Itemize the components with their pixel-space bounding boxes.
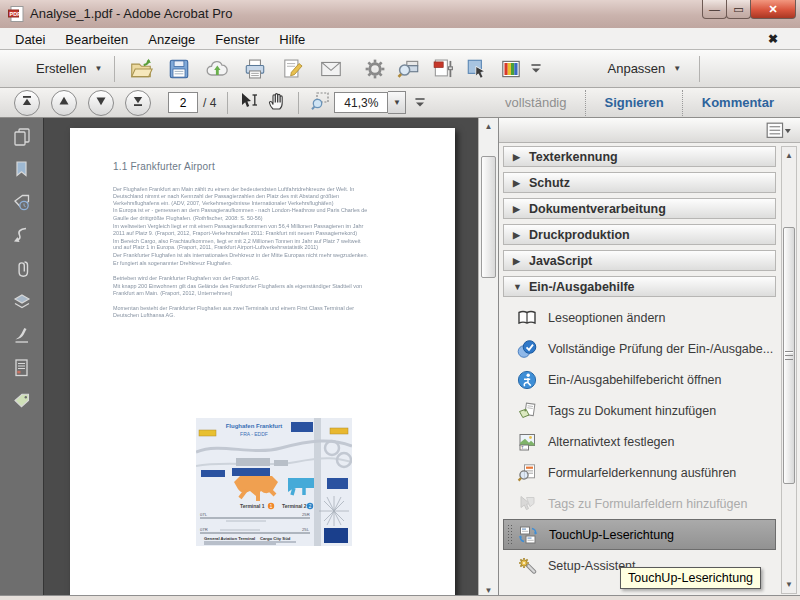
scrollbar-thumb[interactable] <box>481 156 496 278</box>
nav-link-signieren[interactable]: Signieren <box>587 95 682 110</box>
chevron-right-icon: ▶ <box>513 230 529 240</box>
previous-page-button[interactable] <box>51 90 77 116</box>
next-page-button[interactable] <box>88 90 114 116</box>
panel-scrollbar[interactable]: ▲ ▼ <box>781 146 797 594</box>
menubar-close-icon[interactable]: ✖ <box>768 32 800 46</box>
title-bar: PDF Analyse_1.pdf - Adobe Acrobat Pro — … <box>0 0 800 29</box>
paragraph: In Europa ist er - gemessen an dem Passa… <box>113 208 371 222</box>
print-button[interactable] <box>236 54 274 84</box>
pdf-options-button[interactable] <box>426 54 460 84</box>
tool-item-touchup-leserichtung[interactable]: TouchUp-Leserichtung <box>503 519 776 550</box>
tool-item-tags-zu-dokument-hinzufügen[interactable]: Tags zu Dokument hinzufügen <box>503 395 776 426</box>
attachments-panel-button[interactable] <box>7 258 37 284</box>
open-file-button[interactable] <box>122 54 160 84</box>
first-page-button[interactable] <box>14 90 40 116</box>
menu-fenster[interactable]: Fenster <box>210 30 264 49</box>
chevron-right-icon: ▶ <box>513 256 529 266</box>
menu-datei[interactable]: Datei <box>10 30 50 49</box>
zoom-level-value[interactable]: 41,3% <box>334 92 388 113</box>
more-zoom-options-icon[interactable] <box>412 93 428 113</box>
drag-handle[interactable] <box>507 524 512 545</box>
tooltip-text: TouchUp-Leserichtung <box>628 571 753 585</box>
marquee-zoom-button[interactable] <box>306 90 334 116</box>
save-button[interactable] <box>160 54 198 84</box>
section-ein-ausgabehilfe[interactable]: ▼Ein-/Ausgabehilfe <box>503 276 776 297</box>
articles-panel-button[interactable] <box>7 192 37 218</box>
tool-item-label: Alternativtext festlegen <box>548 435 674 449</box>
page-paragraphs: Der Flughafen Frankfurt am Main zählt zu… <box>113 186 371 327</box>
pdf-page: 1.1 Frankfurter Airport Der Flughafen Fr… <box>70 128 455 600</box>
close-button[interactable]: ✕ <box>750 0 796 19</box>
page-number-input[interactable] <box>168 92 198 113</box>
nav-link-kommentar[interactable]: Kommentar <box>684 95 792 110</box>
paragraph: Momentan besteht der Frankfurter Flughaf… <box>113 305 371 319</box>
customize-button[interactable]: Anpassen ▼ <box>602 54 686 84</box>
section-schutz[interactable]: ▶Schutz <box>503 172 776 193</box>
select-object-button[interactable] <box>460 54 494 84</box>
scroll-down-icon[interactable]: ▼ <box>782 576 796 592</box>
window-title: Analyse_1.pdf - Adobe Acrobat Pro <box>30 6 232 21</box>
map-footer-left: General Aviation Terminal <box>204 536 255 541</box>
order-panel-button[interactable] <box>7 225 37 251</box>
maximize-button[interactable]: ▭ <box>726 0 751 19</box>
menu-anzeige[interactable]: Anzeige <box>143 30 200 49</box>
navbar-tools <box>235 90 334 116</box>
tags-panel-button[interactable] <box>7 390 37 416</box>
tool-item-vollständige-prüfung-der-ein-ausgabe[interactable]: Vollständige Prüfung der Ein-/Ausgabe... <box>503 333 776 364</box>
create-pdf-button[interactable]: Erstellen ▼ <box>6 54 107 84</box>
toolbar-left-icons <box>122 54 350 84</box>
document-scrollbar[interactable]: ▲ ▼ <box>478 118 498 600</box>
last-page-icon <box>131 94 145 112</box>
nav-link-vollständig[interactable]: vollständig <box>487 95 584 110</box>
content-panel-button[interactable] <box>7 357 37 383</box>
sign-document-icon <box>281 57 305 81</box>
page-thumbnails-panel-button[interactable] <box>7 126 37 152</box>
color-swatch-button[interactable] <box>494 54 528 84</box>
email-button[interactable] <box>312 54 350 84</box>
paragraph: Er fungiert als sogenannter Drehkreuz Fl… <box>113 260 371 267</box>
paragraph: Betrieben wird der Frankfurter Flughafen… <box>113 275 371 282</box>
scrollbar-thumb[interactable] <box>783 227 795 484</box>
layers-panel-button[interactable] <box>7 291 37 317</box>
tool-item-alternativtext-festlegen[interactable]: T...Alternativtext festlegen <box>503 426 776 457</box>
form-field-detect-icon <box>517 463 537 483</box>
section-texterkennung[interactable]: ▶Texterkennung <box>503 146 776 167</box>
fullscreen-toggle-button[interactable] <box>713 54 745 84</box>
map-runway-label: 07R <box>200 527 208 532</box>
print-preview-button[interactable] <box>392 54 426 84</box>
scroll-up-icon[interactable]: ▲ <box>782 147 796 163</box>
minimize-button[interactable]: — <box>702 0 727 19</box>
map-terminal1-label: Terminal 1 <box>240 503 265 509</box>
settings-gear-button[interactable] <box>358 54 392 84</box>
articles-icon <box>11 192 33 218</box>
menu-bearbeiten[interactable]: Bearbeiten <box>60 30 133 49</box>
tool-item-tags-zu-formularfeldern-hinzufügen[interactable]: Tags zu Formularfeldern hinzufügen <box>503 488 776 519</box>
map-terminal2-label: Terminal 2 <box>282 503 307 509</box>
panel-options-icon[interactable] <box>766 122 792 137</box>
zoom-dropdown-button[interactable]: ▼ <box>388 91 406 114</box>
scroll-up-icon[interactable]: ▲ <box>479 118 498 134</box>
tool-item-formularfelderkennung-ausführen[interactable]: Formularfelderkennung ausführen <box>503 457 776 488</box>
last-page-button[interactable] <box>125 90 151 116</box>
sign-document-button[interactable] <box>274 54 312 84</box>
text-block: Momentan besteht der Frankfurter Flughaf… <box>113 305 371 319</box>
menu-hilfe[interactable]: Hilfe <box>274 30 310 49</box>
menu-bar: DateiBearbeitenAnzeigeFensterHilfe ✖ <box>0 28 800 50</box>
select-text-button[interactable] <box>235 90 263 116</box>
map-runway-label: 25R <box>302 512 310 517</box>
tool-item-ein-ausgabehilfebericht-öffnen[interactable]: Ein-/Ausgabehilfebericht öffnen <box>503 364 776 395</box>
more-tools-icon[interactable] <box>528 59 544 79</box>
section-javascript[interactable]: ▶JavaScript <box>503 250 776 271</box>
paragraph: Im Bereich Cargo, also Frachtaufkommen, … <box>113 238 371 252</box>
tool-item-leseoptionen-ändern[interactable]: Leseoptionen ändern <box>503 302 776 333</box>
section-dokumentverarbeitung[interactable]: ▶Dokumentverarbeitung <box>503 198 776 219</box>
main-toolbar: Erstellen ▼ Anpassen ▼ <box>0 50 800 88</box>
main-area: 1.1 Frankfurter Airport Der Flughafen Fr… <box>0 118 800 600</box>
signatures-panel-button[interactable] <box>7 324 37 350</box>
hand-tool-button[interactable] <box>263 90 291 116</box>
map-subtitle: FRA - EDDF <box>240 431 268 437</box>
cloud-upload-button[interactable] <box>198 54 236 84</box>
document-area: 1.1 Frankfurter Airport Der Flughafen Fr… <box>45 118 478 600</box>
section-druckproduktion[interactable]: ▶Druckproduktion <box>503 224 776 245</box>
bookmarks-panel-button[interactable] <box>7 159 37 185</box>
